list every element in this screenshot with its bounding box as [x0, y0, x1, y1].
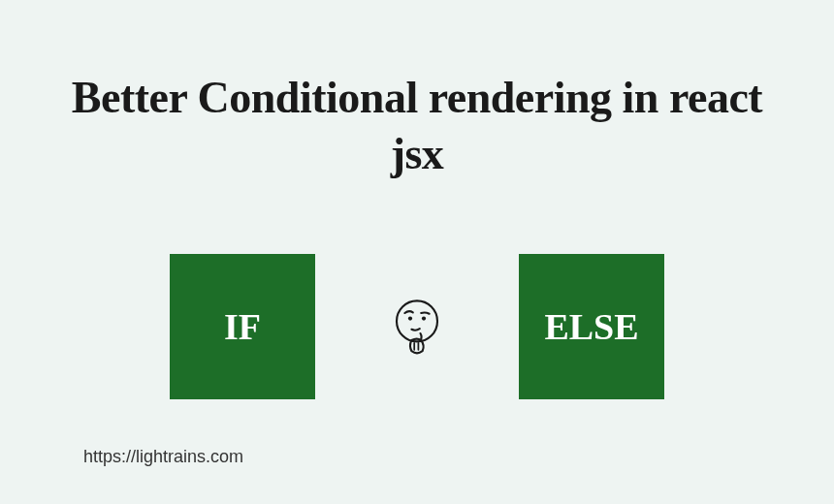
- source-url: https://lightrains.com: [83, 447, 243, 467]
- thinking-face-icon: [383, 293, 451, 361]
- svg-point-1: [408, 317, 412, 321]
- else-box-label: ELSE: [544, 305, 638, 348]
- page-title: Better Conditional rendering in react js…: [48, 70, 786, 181]
- main-container: Better Conditional rendering in react js…: [0, 0, 834, 504]
- boxes-row: IF: [170, 254, 664, 399]
- svg-point-0: [397, 300, 437, 341]
- svg-point-2: [422, 317, 426, 321]
- if-box: IF: [170, 254, 315, 399]
- if-box-label: IF: [224, 305, 261, 348]
- else-box: ELSE: [519, 254, 664, 399]
